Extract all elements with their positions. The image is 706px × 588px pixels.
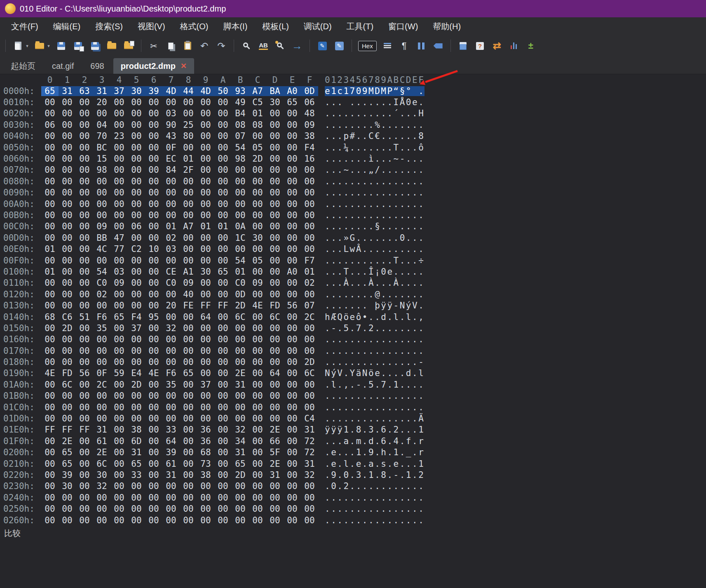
- byte-cell[interactable]: 00: [266, 504, 284, 514]
- byte-cell[interactable]: 00: [214, 312, 232, 322]
- hex-row-0000h[interactable]: 0000h:653163313730394D444D5093A7BAA00De1…: [0, 85, 706, 96]
- byte-cell[interactable]: 00: [284, 391, 301, 401]
- histogram-icon[interactable]: [507, 38, 521, 53]
- byte-cell[interactable]: 00: [41, 301, 59, 310]
- byte-cell[interactable]: 65: [214, 267, 232, 277]
- byte-cell[interactable]: 31: [232, 380, 249, 390]
- hex-mode-button[interactable]: Hex: [358, 41, 377, 51]
- byte-cell[interactable]: 32: [162, 323, 180, 333]
- hex-row-01F0h[interactable]: 01F0h:002E0061006D00640036003400660072..…: [0, 435, 706, 447]
- byte-cell[interactable]: 03: [162, 244, 180, 254]
- byte-cell[interactable]: 00: [197, 481, 214, 491]
- ascii-text[interactable]: ........@.......: [325, 289, 425, 299]
- byte-cell[interactable]: 00: [59, 289, 76, 299]
- byte-cell[interactable]: 00: [249, 289, 266, 299]
- byte-cell[interactable]: 00: [128, 414, 145, 423]
- byte-cell[interactable]: 00: [145, 143, 162, 153]
- byte-cell[interactable]: 00: [284, 312, 301, 322]
- byte-cell[interactable]: 00: [214, 334, 232, 344]
- byte-cell[interactable]: 00: [128, 346, 145, 356]
- byte-cell[interactable]: 00: [145, 256, 162, 266]
- byte-cell[interactable]: 00: [128, 120, 145, 130]
- byte-cell[interactable]: 00: [249, 425, 266, 435]
- byte-cell[interactable]: 00: [197, 493, 214, 503]
- ascii-text[interactable]: ...T...Î¡0e.....: [325, 267, 425, 277]
- byte-cell[interactable]: 00: [76, 131, 93, 141]
- byte-cell[interactable]: 00: [76, 108, 93, 118]
- byte-cell[interactable]: 00: [284, 210, 301, 220]
- ascii-text[interactable]: .9.0.3.1.8.-.1.2: [325, 470, 425, 480]
- byte-cell[interactable]: 00: [249, 380, 266, 390]
- byte-cell[interactable]: 00: [41, 391, 59, 401]
- byte-cell[interactable]: 30: [266, 97, 284, 107]
- byte-cell[interactable]: 00: [249, 131, 266, 141]
- byte-cell[interactable]: 47: [110, 233, 128, 243]
- byte-cell[interactable]: 00: [76, 221, 93, 231]
- hex-row-00F0h[interactable]: 00F0h:000000000000000000000054050000F7..…: [0, 255, 706, 266]
- menu-item-8[interactable]: 工具(T): [340, 19, 381, 35]
- byte-cell[interactable]: 00: [59, 301, 76, 310]
- byte-cell[interactable]: 00: [128, 391, 145, 401]
- byte-cell[interactable]: 00: [214, 402, 232, 412]
- byte-cell[interactable]: FF: [41, 425, 59, 435]
- byte-cell[interactable]: 48: [301, 108, 318, 118]
- new-file-icon[interactable]: [11, 38, 26, 53]
- byte-cell[interactable]: 00: [301, 221, 318, 231]
- hex-row-0150h[interactable]: 0150h:002D0035003700320000000000000000.-…: [0, 322, 706, 334]
- byte-cell[interactable]: 00: [284, 120, 301, 130]
- byte-cell[interactable]: 00: [180, 97, 197, 107]
- byte-cell[interactable]: 00: [41, 504, 59, 514]
- save-as-icon[interactable]: [70, 38, 85, 53]
- byte-cell[interactable]: 00: [249, 188, 266, 198]
- byte-cell[interactable]: 00: [232, 165, 249, 175]
- byte-cell[interactable]: 00: [41, 143, 59, 153]
- hex-row-0010h[interactable]: 0010h:000000200000000000000049C5306506..…: [0, 96, 706, 108]
- byte-cell[interactable]: 00: [266, 278, 284, 288]
- hex-row-0060h[interactable]: 0060h:00000015000000EC010000982D000016..…: [0, 153, 706, 164]
- byte-cell[interactable]: 00: [128, 188, 145, 198]
- byte-cell[interactable]: 00: [197, 210, 214, 220]
- byte-cell[interactable]: 39: [59, 470, 76, 480]
- byte-cell[interactable]: 00: [76, 301, 93, 310]
- byte-cell[interactable]: 00: [214, 97, 232, 107]
- byte-cell[interactable]: 00: [162, 256, 180, 266]
- byte-cell[interactable]: 65: [128, 459, 145, 469]
- goto-icon[interactable]: →: [290, 38, 305, 53]
- byte-cell[interactable]: 00: [59, 233, 76, 243]
- byte-cell[interactable]: 00: [128, 357, 145, 367]
- byte-cell[interactable]: 00: [284, 459, 301, 469]
- ascii-text[interactable]: ...............-: [325, 357, 425, 367]
- ascii-text[interactable]: ................: [325, 334, 425, 344]
- byte-cell[interactable]: 00: [266, 154, 284, 164]
- byte-cell[interactable]: 00: [41, 278, 59, 288]
- byte-cell[interactable]: 00: [249, 391, 266, 401]
- byte-cell[interactable]: 00: [41, 108, 59, 118]
- byte-cell[interactable]: 2D: [249, 154, 266, 164]
- byte-cell[interactable]: 00: [59, 199, 76, 209]
- byte-cell[interactable]: 00: [197, 143, 214, 153]
- byte-cell[interactable]: 38: [301, 131, 318, 141]
- byte-cell[interactable]: 00: [162, 493, 180, 503]
- byte-cell[interactable]: A1: [180, 267, 197, 277]
- byte-cell[interactable]: 4E: [145, 368, 162, 378]
- help-book-icon[interactable]: ?: [473, 38, 488, 53]
- byte-cell[interactable]: 00: [266, 165, 284, 175]
- hex-row-00E0h[interactable]: 00E0h:0100004C77C210030000000000000000..…: [0, 243, 706, 254]
- byte-cell[interactable]: 68: [41, 312, 59, 322]
- byte-cell[interactable]: 00: [266, 176, 284, 186]
- byte-cell[interactable]: 50: [214, 86, 232, 96]
- byte-cell[interactable]: 00: [197, 120, 214, 130]
- byte-cell[interactable]: 00: [180, 391, 197, 401]
- byte-cell[interactable]: 00: [76, 165, 93, 175]
- byte-cell[interactable]: 00: [266, 346, 284, 356]
- byte-cell[interactable]: 1C: [232, 233, 249, 243]
- byte-cell[interactable]: 65: [180, 368, 197, 378]
- byte-cell[interactable]: 00: [41, 470, 59, 480]
- byte-cell[interactable]: 00: [41, 199, 59, 209]
- byte-cell[interactable]: F6: [93, 312, 110, 322]
- byte-cell[interactable]: 00: [59, 244, 76, 254]
- byte-cell[interactable]: 15: [93, 154, 110, 164]
- byte-cell[interactable]: 00: [76, 244, 93, 254]
- byte-cell[interactable]: 00: [162, 481, 180, 491]
- byte-cell[interactable]: 00: [214, 357, 232, 367]
